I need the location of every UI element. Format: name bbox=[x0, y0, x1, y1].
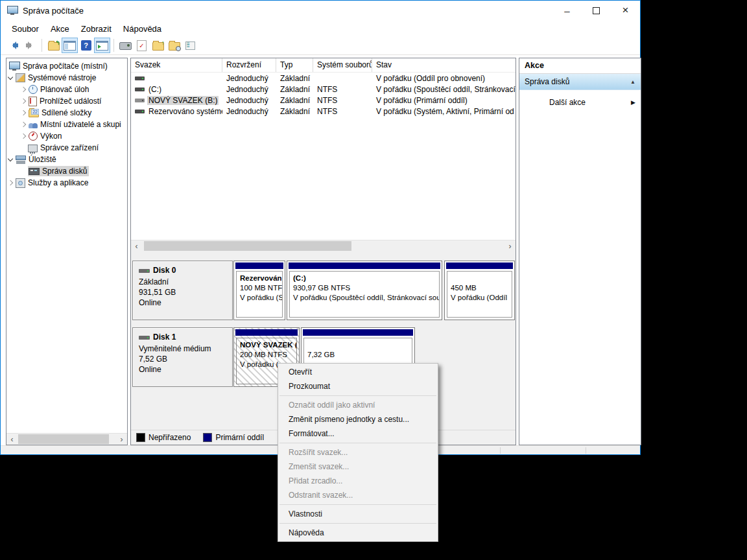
chevron-collapsed-icon[interactable] bbox=[21, 134, 26, 139]
column-stav[interactable]: Stav bbox=[372, 58, 516, 72]
event-log-icon bbox=[29, 97, 37, 106]
disk0-partition-c[interactable]: (C:) 930,97 GB NTFS V pořádku (Spouštěcí… bbox=[287, 261, 442, 320]
partition-type-bar bbox=[303, 329, 413, 336]
menu-soubor[interactable]: Soubor bbox=[6, 22, 45, 36]
scroll-left-icon[interactable]: ‹ bbox=[131, 240, 142, 251]
tree-item-performance[interactable]: Výkon bbox=[6, 130, 127, 142]
volume-list: Svazek Rozvržení Typ Systém souborů Stav… bbox=[131, 58, 516, 240]
menu-napoveda[interactable]: Nápověda bbox=[117, 22, 167, 36]
tree-item-storage[interactable]: Úložiště bbox=[6, 154, 127, 165]
tree-item-event-viewer[interactable]: Prohlížeč událostí bbox=[6, 95, 127, 107]
actions-group-disk-management[interactable]: Správa disků ▲ bbox=[519, 74, 641, 90]
toolbar: ↰ ? ✓ ↑ ≡≡ bbox=[1, 36, 640, 55]
chevron-collapsed-icon[interactable] bbox=[8, 180, 13, 185]
column-rozvrzeni[interactable]: Rozvržení bbox=[222, 58, 276, 72]
back-button[interactable] bbox=[6, 38, 22, 53]
task-list-button[interactable]: ≡≡ bbox=[182, 38, 198, 53]
tree-item-task-scheduler[interactable]: Plánovač úloh bbox=[6, 84, 127, 95]
menu-item-vlastnosti[interactable]: Vlastnosti bbox=[278, 507, 438, 521]
legend-label: Nepřiřazeno bbox=[148, 433, 191, 442]
volume-row[interactable]: Rezervováno systémem Jednoduchý Základní… bbox=[131, 106, 516, 117]
menu-item-otevrit[interactable]: Otevřít bbox=[278, 365, 438, 379]
menu-zobrazit[interactable]: Zobrazit bbox=[75, 22, 117, 36]
scrollbar-thumb[interactable] bbox=[18, 434, 109, 444]
disk0-partition-reserved[interactable]: Rezervován 100 MB NTF V pořádku (S bbox=[233, 261, 285, 320]
column-typ[interactable]: Typ bbox=[276, 58, 313, 72]
console-tree-toggle-button[interactable] bbox=[62, 38, 78, 53]
clock-icon bbox=[29, 85, 38, 94]
window-title: Správa počítače bbox=[23, 6, 84, 16]
tree-item-local-users-groups[interactable]: Místní uživatelé a skupi bbox=[6, 119, 127, 130]
column-system-souboru[interactable]: Systém souborů bbox=[313, 58, 372, 72]
open-button[interactable]: ↑ bbox=[150, 38, 166, 53]
chevron-collapsed-icon[interactable] bbox=[21, 99, 26, 104]
menu-akce[interactable]: Akce bbox=[45, 22, 75, 36]
actions-title: Akce bbox=[519, 58, 641, 74]
action-pane-toggle-button[interactable] bbox=[94, 38, 110, 53]
partition-type-bar bbox=[235, 329, 298, 336]
legend-label: Primární oddíl bbox=[215, 433, 264, 442]
tree-item-disk-management[interactable]: Správa disků bbox=[6, 165, 127, 177]
tree-item-device-manager[interactable]: Správce zařízení bbox=[6, 142, 127, 154]
scroll-right-icon[interactable]: › bbox=[116, 434, 127, 445]
up-level-button[interactable]: ↰ bbox=[45, 38, 62, 53]
users-icon bbox=[29, 121, 38, 128]
titlebar: Správa počítače – × bbox=[1, 1, 640, 20]
up-folder-icon: ↰ bbox=[48, 42, 60, 51]
menu-separator bbox=[279, 443, 436, 443]
menu-item-zmenit-pismeno[interactable]: Změnit písmeno jednotky a cestu... bbox=[278, 412, 438, 426]
menu-separator bbox=[279, 504, 436, 505]
minimize-button[interactable]: – bbox=[552, 1, 582, 20]
check-volume-button[interactable]: ✓ bbox=[134, 38, 150, 53]
volume-row[interactable]: Jednoduchý Základní V pořádku (Oddíl pro… bbox=[131, 73, 516, 84]
help-button[interactable]: ? bbox=[78, 38, 94, 53]
partition-type-bar bbox=[235, 262, 283, 269]
chevron-expanded-icon[interactable] bbox=[8, 156, 13, 161]
forward-button[interactable] bbox=[22, 38, 38, 53]
back-icon bbox=[8, 41, 19, 49]
tree-item-computer-management[interactable]: Správa počítače (místní) bbox=[6, 60, 127, 72]
task-list-icon: ≡≡ bbox=[185, 41, 195, 50]
volume-icon bbox=[135, 76, 145, 80]
console-tree-icon bbox=[64, 41, 76, 51]
disk0-partition-recovery[interactable]: 450 MB V pořádku (Oddíl bbox=[444, 261, 515, 320]
actions-item-more-actions[interactable]: Další akce ▶ bbox=[519, 95, 641, 110]
tree-horizontal-scrollbar[interactable]: ‹ › bbox=[6, 433, 127, 445]
scrollbar-thumb[interactable] bbox=[144, 241, 351, 251]
menu-item-rozsirit-svazek: Rozšířit svazek... bbox=[278, 445, 438, 460]
scroll-right-icon[interactable]: › bbox=[504, 240, 516, 251]
disk0-info[interactable]: Disk 0 Základní 931,51 GB Online bbox=[132, 261, 233, 320]
menu-item-formatovat[interactable]: Formátovat... bbox=[278, 426, 438, 441]
scroll-left-icon[interactable]: ‹ bbox=[6, 434, 18, 445]
close-icon: × bbox=[622, 4, 629, 17]
volume-row[interactable]: (C:) Jednoduchý Základní NTFS V pořádku … bbox=[131, 84, 516, 95]
collapse-up-icon[interactable]: ▲ bbox=[630, 79, 635, 85]
explore-button[interactable] bbox=[166, 38, 182, 53]
menu-item-zmensit-svazek: Zmenšit svazek... bbox=[278, 460, 438, 474]
tree-item-system-tools[interactable]: Systémové nástroje bbox=[6, 72, 127, 84]
tree-item-services-applications[interactable]: Služby a aplikace bbox=[6, 177, 127, 189]
explore-folder-icon bbox=[169, 42, 180, 51]
disk1-info[interactable]: Disk 1 Vyměnitelné médium 7,52 GB Online bbox=[132, 327, 233, 387]
column-svazek[interactable]: Svazek bbox=[131, 58, 222, 72]
disk-icon bbox=[139, 336, 150, 340]
menu-item-napoveda[interactable]: Nápověda bbox=[278, 526, 438, 540]
device-view-button[interactable] bbox=[117, 38, 134, 53]
maximize-icon bbox=[593, 7, 600, 14]
statusbar-separator bbox=[586, 447, 586, 454]
maximize-button[interactable] bbox=[582, 1, 611, 20]
volume-row-selected[interactable]: NOVÝ SVAZEK (B:) Jednoduchý Základní NTF… bbox=[131, 95, 516, 106]
check-document-icon: ✓ bbox=[137, 40, 147, 51]
chevron-collapsed-icon[interactable] bbox=[21, 122, 26, 127]
open-folder-icon: ↑ bbox=[152, 42, 164, 51]
statusbar-separator bbox=[500, 447, 501, 454]
volume-list-horizontal-scrollbar[interactable]: ‹ › bbox=[131, 240, 516, 251]
menu-item-prozkoumat[interactable]: Prozkoumat bbox=[278, 379, 438, 393]
close-button[interactable]: × bbox=[611, 1, 640, 20]
volume-icon bbox=[135, 110, 145, 113]
chevron-collapsed-icon[interactable] bbox=[21, 87, 26, 92]
chevron-expanded-icon[interactable] bbox=[8, 75, 13, 80]
tree-item-shared-folders[interactable]: 22 Sdílené složky bbox=[6, 107, 127, 119]
chevron-collapsed-icon[interactable] bbox=[21, 110, 26, 115]
disk-management-icon bbox=[29, 168, 40, 175]
